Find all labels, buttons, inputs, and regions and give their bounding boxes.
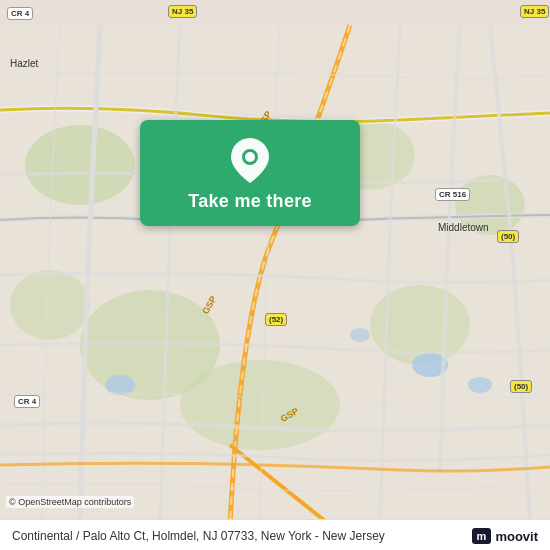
middletown-label: Middletown: [438, 222, 489, 233]
osm-attribution: © OpenStreetMap contributors: [6, 496, 134, 508]
r52-shield: (52): [265, 313, 287, 326]
svg-point-9: [468, 377, 492, 393]
address-text: Continental / Palo Alto Ct, Holmdel, NJ …: [12, 529, 472, 543]
svg-point-1: [25, 125, 135, 205]
svg-point-11: [350, 328, 370, 342]
svg-point-6: [10, 270, 90, 340]
take-me-there-label: Take me there: [188, 191, 312, 212]
nj35-shield: NJ 35: [168, 5, 197, 18]
svg-point-3: [180, 360, 340, 450]
svg-point-13: [245, 152, 255, 162]
moovit-text: moovit: [495, 529, 538, 544]
take-me-there-button[interactable]: Take me there: [140, 120, 360, 226]
svg-point-10: [105, 375, 135, 395]
location-pin-icon: [231, 138, 269, 183]
hazlet-label: Hazlet: [10, 58, 38, 69]
cr516-shield: CR 516: [435, 188, 470, 201]
bottom-bar: Continental / Palo Alto Ct, Holmdel, NJ …: [0, 519, 550, 550]
r50-shield-1: (50): [497, 230, 519, 243]
moovit-logo: m moovit: [472, 528, 538, 544]
cr4-label: CR 4: [14, 395, 40, 408]
r50-shield-2: (50): [510, 380, 532, 393]
moovit-m-badge: m: [472, 528, 492, 544]
cr4-shield: CR 4: [7, 7, 33, 20]
nj35-shield-2: NJ 35: [520, 5, 549, 18]
map-container: Hazlet Middletown NJ 35 NJ 35 CR 516 GSP…: [0, 0, 550, 550]
